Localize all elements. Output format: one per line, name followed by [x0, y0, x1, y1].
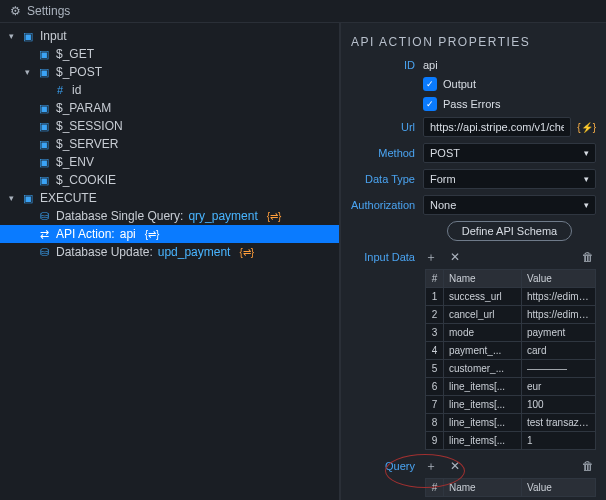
id-value: api: [423, 59, 438, 71]
tree-cookie[interactable]: ▣ $_COOKIE: [0, 171, 339, 189]
auth-select[interactable]: None ▾: [423, 195, 596, 215]
col-value: Value: [522, 479, 595, 496]
table-row[interactable]: 9line_items[...1: [426, 432, 595, 449]
table-row[interactable]: 8line_items[...test transazione: [426, 414, 595, 432]
passerrors-checkbox[interactable]: ✓: [423, 97, 437, 111]
label: $_GET: [56, 47, 94, 61]
col-idx: #: [426, 479, 444, 496]
link-name: qry_payment: [188, 209, 257, 223]
tree-exec-item-0[interactable]: ⛁ Database Single Query: qry_payment {⇌}: [0, 207, 339, 225]
table-row[interactable]: 1success_urlhttps://edimap.it/s...: [426, 288, 595, 306]
define-schema-button[interactable]: Define API Schema: [447, 221, 572, 241]
table-header: # Name Value: [426, 479, 595, 496]
variable-icon: ▣: [37, 120, 51, 133]
databind-icon: {⇌}: [145, 229, 160, 240]
table-row[interactable]: 7line_items[...100: [426, 396, 595, 414]
col-name: Name: [444, 270, 522, 287]
databind-icon: {⇌}: [239, 247, 254, 258]
cell-name: payment_...: [444, 342, 522, 359]
cell-value: eur: [522, 378, 595, 395]
chevron-down-icon: ▾: [584, 174, 589, 184]
label: $_ENV: [56, 155, 94, 169]
label: $_SERVER: [56, 137, 118, 151]
tree-env[interactable]: ▣ $_ENV: [0, 153, 339, 171]
remove-button[interactable]: ✕: [447, 458, 463, 474]
link-name: api: [120, 227, 136, 241]
tree-exec-item-2[interactable]: ⛁ Database Update: upd_payment {⇌}: [0, 243, 339, 261]
label: API Action:: [56, 227, 115, 241]
trash-icon[interactable]: 🗑: [580, 249, 596, 265]
folder-icon: ▣: [21, 192, 35, 205]
cell-value: test transazione: [522, 414, 595, 431]
label: Input: [40, 29, 67, 43]
chevron-down-icon: ▾: [584, 200, 589, 210]
cell-idx: 7: [426, 396, 444, 413]
tree-execute[interactable]: ▾ ▣ EXECUTE: [0, 189, 339, 207]
cell-name: line_items[...: [444, 414, 522, 431]
cell-value: card: [522, 342, 595, 359]
settings-header: ⚙ Settings: [0, 0, 606, 23]
chevron-down-icon: ▾: [6, 31, 16, 41]
url-label: Url: [351, 121, 415, 133]
database-icon: ⛁: [37, 210, 51, 223]
variable-icon: ▣: [37, 138, 51, 151]
tree-input[interactable]: ▾ ▣ Input: [0, 27, 339, 45]
cell-value: ————: [522, 360, 595, 377]
label: Database Update:: [56, 245, 153, 259]
chevron-down-icon: ▾: [22, 67, 32, 77]
add-button[interactable]: ＋: [423, 249, 439, 265]
cell-name: line_items[...: [444, 378, 522, 395]
datatype-label: Data Type: [351, 173, 415, 185]
cell-idx: 5: [426, 360, 444, 377]
link-name: upd_payment: [158, 245, 231, 259]
table-row[interactable]: 6line_items[...eur: [426, 378, 595, 396]
label: id: [72, 83, 81, 97]
variable-icon: ▣: [37, 102, 51, 115]
variable-icon: ▣: [37, 174, 51, 187]
table-row[interactable]: 4payment_...card: [426, 342, 595, 360]
id-label: ID: [351, 59, 415, 71]
col-idx: #: [426, 270, 444, 287]
cell-value: https://edimap.it/s...: [522, 288, 595, 305]
label: Database Single Query:: [56, 209, 183, 223]
panel-title: API ACTION PROPERTIES: [351, 31, 596, 59]
table-row[interactable]: 3modepayment: [426, 324, 595, 342]
remove-button[interactable]: ✕: [447, 249, 463, 265]
add-button[interactable]: ＋: [423, 458, 439, 474]
tree-post[interactable]: ▾ ▣ $_POST: [0, 63, 339, 81]
trash-icon[interactable]: 🗑: [580, 458, 596, 474]
cell-value: 100: [522, 396, 595, 413]
cell-name: mode: [444, 324, 522, 341]
tree-param[interactable]: ▣ $_PARAM: [0, 99, 339, 117]
col-value: Value: [522, 270, 595, 287]
folder-icon: ▣: [21, 30, 35, 43]
cell-name: line_items[...: [444, 432, 522, 449]
tree-server[interactable]: ▣ $_SERVER: [0, 135, 339, 153]
cell-name: success_url: [444, 288, 522, 305]
method-select[interactable]: POST ▾: [423, 143, 596, 163]
settings-label: Settings: [27, 4, 70, 18]
table-header: # Name Value: [426, 270, 595, 288]
table-row[interactable]: 5customer_...————: [426, 360, 595, 378]
cell-value: https://edimap.it/s...: [522, 306, 595, 323]
database-icon: ⛁: [37, 246, 51, 259]
auth-value: None: [430, 199, 456, 211]
tree-get[interactable]: ▣ $_GET: [0, 45, 339, 63]
cell-idx: 3: [426, 324, 444, 341]
datatype-select[interactable]: Form ▾: [423, 169, 596, 189]
tree-exec-item-1[interactable]: ⇄ API Action: api {⇌}: [0, 225, 339, 243]
tree-post-id[interactable]: # id: [0, 81, 339, 99]
table-row[interactable]: 2cancel_urlhttps://edimap.it/s...: [426, 306, 595, 324]
label: $_COOKIE: [56, 173, 116, 187]
passerrors-label: Pass Errors: [443, 98, 500, 110]
chevron-down-icon: ▾: [6, 193, 16, 203]
cell-value: payment: [522, 324, 595, 341]
lightning-icon[interactable]: {⚡}: [577, 122, 596, 133]
tree-session[interactable]: ▣ $_SESSION: [0, 117, 339, 135]
properties-panel: API ACTION PROPERTIES ID api ✓ Output ✓ …: [340, 23, 606, 500]
url-input[interactable]: [423, 117, 571, 137]
cell-idx: 1: [426, 288, 444, 305]
cell-name: cancel_url: [444, 306, 522, 323]
output-checkbox[interactable]: ✓: [423, 77, 437, 91]
col-name: Name: [444, 479, 522, 496]
